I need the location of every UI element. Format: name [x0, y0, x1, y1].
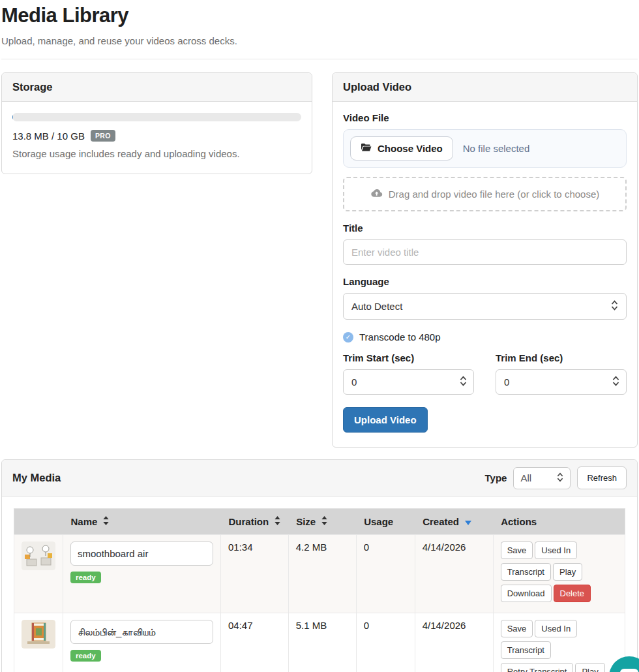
trim-start-label: Trim Start (sec): [343, 352, 474, 363]
action-delete-button[interactable]: Delete: [554, 585, 591, 602]
action-transcript-button[interactable]: Transcript: [501, 641, 551, 659]
folder-open-icon: [361, 143, 372, 154]
cloud-upload-icon: [370, 189, 383, 200]
type-filter-select[interactable]: All: [513, 467, 571, 489]
stepper-icon[interactable]: [460, 376, 467, 389]
trim-end-label: Trim End (sec): [496, 352, 627, 363]
type-filter-label: Type: [485, 472, 507, 483]
file-select-area[interactable]: Choose Video No file selected: [343, 129, 627, 168]
col-header-actions: Actions: [493, 509, 625, 535]
storage-card-title: Storage: [2, 73, 312, 102]
dropzone[interactable]: Drag and drop video file here (or click …: [343, 177, 627, 211]
col-header-created[interactable]: Created: [415, 509, 493, 535]
language-select[interactable]: Auto Detect: [343, 293, 627, 320]
col-header-name[interactable]: Name: [63, 509, 221, 535]
page-title: Media Library: [1, 4, 638, 27]
video-name-input[interactable]: [70, 542, 213, 566]
refresh-button[interactable]: Refresh: [577, 466, 627, 489]
chat-bubble-icon: [620, 669, 638, 672]
video-thumbnail: [14, 613, 63, 672]
my-media-title: My Media: [12, 472, 61, 484]
action-play-button[interactable]: Play: [553, 563, 582, 581]
stepper-icon[interactable]: [612, 376, 619, 389]
video-title-input[interactable]: [343, 239, 627, 265]
trim-start-input[interactable]: [343, 369, 474, 395]
table-row: ready01:344.2 MB04/14/2026SaveUsed InTra…: [14, 535, 625, 613]
upload-card-title: Upload Video: [333, 73, 637, 102]
page-header: Media Library Upload, manage, and reuse …: [1, 4, 638, 59]
video-size: 4.2 MB: [288, 535, 356, 613]
action-used-in-button[interactable]: Used In: [535, 542, 577, 559]
action-retry-transcript-button[interactable]: Retry Transcript: [501, 663, 574, 672]
dropzone-text: Drag and drop video file here (or click …: [389, 189, 600, 200]
upload-video-card: Upload Video Video File Choose Video No …: [332, 72, 638, 448]
video-thumbnail: [14, 535, 63, 613]
sort-icon[interactable]: [103, 516, 109, 527]
col-header-thumbnail: [14, 509, 63, 535]
chevron-up-down-icon: [611, 300, 618, 313]
no-file-selected-text: No file selected: [463, 143, 530, 154]
media-table-body: ready01:344.2 MB04/14/2026SaveUsed InTra…: [14, 535, 625, 672]
storage-card: Storage 13.8 MB / 10 GB PRO Storage usag…: [1, 72, 312, 174]
sort-icon[interactable]: [275, 516, 280, 527]
my-media-card: My Media Type All Refresh Name: [1, 459, 638, 672]
status-badge: ready: [70, 650, 101, 662]
choose-video-label: Choose Video: [378, 143, 443, 154]
media-table: Name Duration Size Usage: [14, 508, 625, 672]
sort-icon[interactable]: [321, 516, 327, 527]
status-badge: ready: [70, 572, 101, 583]
action-save-button[interactable]: Save: [501, 620, 533, 637]
chevron-up-down-icon: [557, 472, 563, 484]
video-created-date: 4/14/2026: [415, 613, 493, 672]
storage-note: Storage usage includes ready and uploadi…: [12, 148, 301, 159]
language-label: Language: [343, 276, 627, 287]
header-divider: [1, 59, 638, 59]
col-header-duration[interactable]: Duration: [221, 509, 289, 535]
title-label: Title: [343, 222, 627, 234]
storage-progress-fill: [12, 113, 13, 121]
action-used-in-button[interactable]: Used In: [535, 620, 577, 637]
upload-video-button[interactable]: Upload Video: [343, 407, 428, 433]
sort-desc-icon[interactable]: [465, 516, 471, 527]
storage-usage-text: 13.8 MB / 10 GB: [12, 130, 85, 142]
video-duration: 04:47: [221, 613, 289, 672]
video-usage: 0: [356, 613, 415, 672]
table-row: ready04:475.1 MB04/14/2026SaveUsed InTra…: [14, 613, 625, 672]
page-subtitle: Upload, manage, and reuse your videos ac…: [1, 35, 638, 46]
col-header-usage: Usage: [356, 509, 415, 535]
action-play-button[interactable]: Play: [575, 663, 604, 672]
type-filter-value: All: [520, 472, 531, 483]
col-header-size[interactable]: Size: [288, 509, 356, 535]
language-select-value: Auto Detect: [351, 301, 402, 312]
video-created-date: 4/14/2026: [415, 535, 493, 613]
video-duration: 01:34: [221, 535, 289, 613]
video-size: 5.1 MB: [288, 613, 356, 672]
video-name-input[interactable]: [70, 620, 213, 644]
transcode-label: Transcode to 480p: [359, 331, 441, 343]
action-transcript-button[interactable]: Transcript: [501, 563, 551, 581]
action-download-button[interactable]: Download: [501, 585, 552, 602]
video-usage: 0: [356, 535, 415, 613]
transcode-checkbox[interactable]: ✓: [343, 332, 353, 343]
pro-plan-badge: PRO: [91, 130, 115, 142]
choose-video-button[interactable]: Choose Video: [350, 136, 453, 160]
action-save-button[interactable]: Save: [501, 542, 533, 559]
trim-end-input[interactable]: [496, 369, 627, 395]
video-file-label: Video File: [343, 112, 627, 123]
storage-progress-bar: [12, 113, 301, 121]
